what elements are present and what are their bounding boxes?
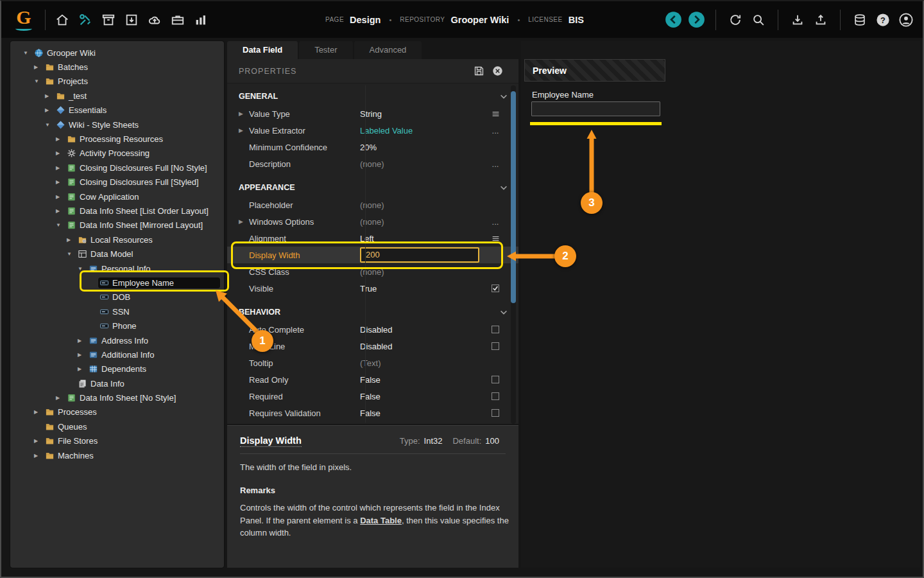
- tree-item-processes[interactable]: ▶Processes: [10, 405, 224, 419]
- forward-circle-icon[interactable]: [686, 9, 706, 31]
- checkbox-checked[interactable]: [489, 285, 502, 292]
- property-row-windows-options[interactable]: ▶Windows Options(none)...: [227, 213, 518, 230]
- tree-item-data-info[interactable]: Data Info: [10, 376, 224, 390]
- expand-icon[interactable]: ▶: [67, 237, 76, 243]
- tree-item-closing-disclosures-full-no-style[interactable]: ▶Closing Disclosures Full [No Style]: [10, 161, 224, 175]
- collapse-icon[interactable]: ▼: [56, 222, 65, 228]
- property-row-value-extractor[interactable]: ▶Value ExtractorLabeled Value...: [227, 122, 518, 139]
- expand-icon[interactable]: ▶: [78, 366, 87, 372]
- home-icon[interactable]: [52, 9, 73, 31]
- collapse-icon[interactable]: ▼: [23, 50, 33, 56]
- tools-icon[interactable]: [75, 9, 96, 31]
- expand-icon[interactable]: ▶: [56, 150, 65, 156]
- tree-item-wiki-style-sheets[interactable]: ▼Wiki - Style Sheets: [10, 118, 224, 132]
- bar-chart-icon[interactable]: [191, 9, 211, 31]
- expand-icon[interactable]: ▶: [239, 127, 249, 134]
- property-row-required[interactable]: RequiredFalse: [227, 388, 518, 405]
- close-icon[interactable]: [492, 66, 503, 76]
- expand-icon[interactable]: ▶: [45, 93, 55, 99]
- tab-tester[interactable]: Tester: [299, 41, 352, 59]
- property-row-auto-complete[interactable]: Auto CompleteDisabled: [227, 321, 518, 338]
- property-row-tooltip[interactable]: Tooltip(Text): [227, 355, 518, 371]
- tree-item-address-info[interactable]: ▶Address Info: [10, 333, 224, 347]
- collapse-icon[interactable]: ▼: [34, 78, 44, 84]
- tree-item-cow-application[interactable]: ▶Cow Application: [10, 189, 224, 204]
- section-header-appearance[interactable]: APPEARANCE: [227, 179, 518, 197]
- property-row-css-class[interactable]: CSS Class(none): [227, 263, 518, 280]
- preview-employee-name-input[interactable]: [531, 101, 660, 116]
- user-icon[interactable]: [896, 9, 916, 31]
- data-table-link[interactable]: Data Table: [360, 516, 402, 525]
- briefcase-icon[interactable]: [167, 9, 188, 31]
- tree-item-file-stores[interactable]: ▶File Stores: [10, 434, 224, 448]
- property-row-multi-line[interactable]: Multi-LineDisabled: [227, 338, 518, 355]
- tree-item-processing-resources[interactable]: ▶Processing Resources: [10, 132, 224, 146]
- collapse-icon[interactable]: ▼: [78, 266, 87, 272]
- collapse-icon[interactable]: ▼: [45, 122, 55, 128]
- tree-item-closing-disclosures-full-styled[interactable]: ▶Closing Disclosures Full [Styled]: [10, 175, 224, 189]
- collapse-icon[interactable]: ▼: [67, 251, 76, 257]
- expand-icon[interactable]: ▶: [56, 179, 65, 185]
- expand-icon[interactable]: ▶: [78, 338, 87, 344]
- property-row-display-width[interactable]: Display Width200: [227, 247, 518, 263]
- tree-item-essentials[interactable]: ▶Essentials: [10, 103, 224, 118]
- expand-icon[interactable]: ▶: [34, 438, 44, 444]
- save-icon[interactable]: [474, 66, 484, 76]
- section-header-behavior[interactable]: BEHAVIOR: [227, 303, 518, 321]
- grooper-logo[interactable]: G: [9, 6, 38, 34]
- checkbox-unchecked[interactable]: [489, 409, 502, 417]
- tree-item-data-info-sheet-no-style[interactable]: ▶Data Info Sheet [No Style]: [10, 390, 224, 405]
- tree-item-machines[interactable]: ▶Machines: [10, 448, 224, 462]
- expand-icon[interactable]: ▶: [239, 218, 249, 225]
- property-row-alignment[interactable]: AlignmentLeft: [227, 230, 518, 247]
- tree-item-employee-name[interactable]: Employee Name: [10, 276, 224, 290]
- tree-item-phone[interactable]: Phone: [10, 319, 224, 333]
- tree-item-queues[interactable]: Queues: [10, 419, 224, 434]
- property-row-description[interactable]: Description(none)...: [227, 155, 518, 172]
- ellipsis-button[interactable]: ...: [489, 217, 502, 227]
- tree-item-ssn[interactable]: SSN: [10, 304, 224, 319]
- tree-item-personal-info[interactable]: ▼Personal Info: [10, 261, 224, 276]
- ellipsis-button[interactable]: ...: [489, 159, 502, 169]
- scrollbar-thumb[interactable]: [511, 91, 516, 303]
- expand-icon[interactable]: ▶: [56, 194, 65, 200]
- expand-icon[interactable]: ▶: [56, 136, 65, 142]
- expand-icon[interactable]: ▶: [45, 107, 55, 113]
- tree-item-dependents[interactable]: ▶Dependents: [10, 362, 224, 376]
- display-width-input[interactable]: 200: [360, 247, 479, 263]
- property-row-requires-validation[interactable]: Requires ValidationFalse: [227, 405, 518, 421]
- import-box-icon[interactable]: [121, 9, 142, 31]
- expand-icon[interactable]: ▶: [78, 352, 87, 358]
- property-row-placeholder[interactable]: Placeholder(none): [227, 197, 518, 213]
- tree-item-local-resources[interactable]: ▶Local Resources: [10, 232, 224, 247]
- tab-advanced[interactable]: Advanced: [354, 41, 422, 59]
- back-circle-icon[interactable]: [663, 9, 683, 31]
- property-row-visible[interactable]: VisibleTrue: [227, 280, 518, 297]
- stack-icon[interactable]: [850, 9, 870, 31]
- ellipsis-button[interactable]: ...: [489, 126, 502, 136]
- expand-icon[interactable]: ▶: [34, 453, 44, 459]
- tree-item-activity-processing[interactable]: ▶Activity Processing: [10, 146, 224, 161]
- section-header-general[interactable]: GENERAL: [227, 87, 518, 105]
- expand-icon[interactable]: ▶: [34, 409, 44, 415]
- upload-icon[interactable]: [810, 9, 831, 31]
- property-row-read-only[interactable]: Read OnlyFalse: [227, 371, 518, 388]
- expand-icon[interactable]: ▶: [56, 208, 65, 214]
- tree-item-data-info-sheet-mirrored-layout[interactable]: ▼Data Info Sheet [Mirrored Layout]: [10, 218, 224, 232]
- checkbox-unchecked[interactable]: [489, 342, 502, 350]
- search-icon[interactable]: [748, 9, 769, 31]
- refresh-icon[interactable]: [725, 9, 746, 31]
- tree-item-dob[interactable]: DOB: [10, 290, 224, 304]
- cloud-upload-icon[interactable]: [144, 9, 165, 31]
- tree-item-projects[interactable]: ▼Projects: [10, 74, 224, 89]
- expand-icon[interactable]: ▶: [34, 64, 44, 70]
- archive-icon[interactable]: [98, 9, 119, 31]
- expand-icon[interactable]: ▶: [56, 165, 65, 171]
- help-icon[interactable]: ?: [873, 9, 893, 31]
- property-row-minimum-confidence[interactable]: Minimum Confidence20%: [227, 139, 518, 155]
- tree-item-data-model[interactable]: ▼Data Model: [10, 247, 224, 261]
- checkbox-unchecked[interactable]: [489, 392, 502, 400]
- tree-item-grooper-wiki[interactable]: ▼Grooper Wiki: [10, 46, 224, 60]
- menu-icon[interactable]: [489, 234, 502, 243]
- tab-data-field[interactable]: Data Field: [227, 41, 298, 59]
